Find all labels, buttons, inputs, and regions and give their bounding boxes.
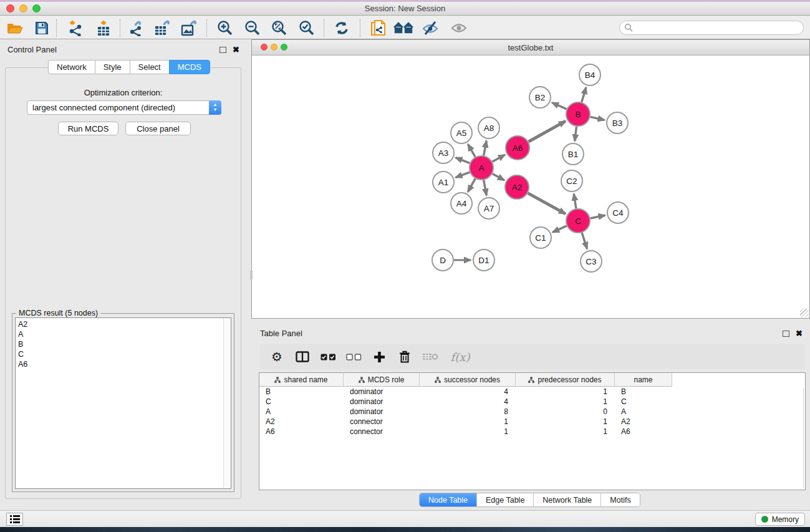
node-A4[interactable]: A4 [451, 193, 472, 214]
table-row[interactable]: Bdominator41B [259, 387, 805, 397]
table-cell[interactable]: A2 [615, 417, 672, 427]
table-cell[interactable]: 4 [420, 397, 516, 407]
node-B1[interactable]: B1 [562, 143, 584, 165]
edge-C-C4[interactable] [591, 215, 605, 218]
node-A1[interactable]: A1 [433, 172, 454, 193]
table-cell[interactable]: B [615, 387, 672, 397]
edge-A-A2[interactable] [493, 174, 504, 180]
network-graph[interactable]: AA1A2A3A4A5A6A7A8BB1B2B3B4CC1C2C3C4DD1 [252, 56, 809, 318]
mcds-result-scrollbar[interactable] [223, 318, 231, 488]
export-image-button[interactable] [177, 18, 202, 38]
table-cell[interactable]: dominator [344, 397, 420, 407]
table-cell[interactable]: C [259, 397, 344, 407]
optimization-criterion-select[interactable]: largest connected component (directed) ▲… [27, 100, 221, 115]
node-table[interactable]: shared nameMCDS rolesuccessor nodesprede… [259, 372, 806, 490]
table-cell[interactable]: 1 [420, 427, 516, 437]
show-graphics-details-button[interactable] [446, 18, 471, 38]
zoom-out-button[interactable] [240, 18, 265, 38]
mcds-result-list[interactable]: A2ABCA6 [15, 317, 231, 489]
table-cell[interactable]: 1 [516, 397, 615, 407]
network-window-title-bar[interactable]: testGlobe.txt [252, 40, 809, 56]
node-D[interactable]: D [432, 249, 453, 271]
node-A6[interactable]: A6 [506, 136, 529, 160]
edge-A-A5[interactable] [468, 144, 475, 157]
close-table-panel-icon[interactable]: ✖ [796, 329, 803, 338]
table-cell[interactable]: 8 [420, 407, 516, 417]
node-A7[interactable]: A7 [478, 198, 499, 219]
function-builder-button[interactable]: f(x) [448, 349, 473, 365]
zoom-selected-button[interactable] [294, 18, 319, 38]
open-session-button[interactable] [2, 18, 27, 38]
node-C1[interactable]: C1 [530, 227, 551, 248]
tab-network-table[interactable]: Network Table [534, 493, 601, 506]
table-cell[interactable]: 1 [420, 417, 516, 427]
mcds-result-item[interactable]: A [18, 329, 231, 339]
show-task-history-button[interactable] [6, 513, 23, 526]
edge-B-B4[interactable] [582, 87, 586, 102]
tab-edge-table[interactable]: Edge Table [477, 493, 534, 506]
export-network-button[interactable] [124, 18, 149, 38]
close-panel-icon[interactable]: ✖ [233, 45, 239, 54]
search-box[interactable] [619, 21, 804, 35]
table-cell[interactable]: dominator [344, 407, 420, 417]
delete-row-button[interactable] [397, 349, 413, 365]
save-session-button[interactable] [29, 18, 54, 38]
node-B[interactable]: B [566, 102, 590, 126]
table-cell[interactable]: connector [344, 427, 420, 437]
node-C[interactable]: C [566, 209, 590, 233]
table-cell[interactable]: 1 [516, 387, 615, 397]
select-all-columns-button[interactable] [320, 349, 336, 365]
mcds-result-item[interactable]: A6 [18, 359, 231, 369]
edge-B-B1[interactable] [575, 127, 577, 141]
edge-A-A3[interactable] [456, 158, 470, 163]
edge-C-C2[interactable] [574, 194, 576, 208]
table-cell[interactable]: C [615, 397, 672, 407]
network-canvas[interactable]: AA1A2A3A4A5A6A7A8BB1B2B3B4CC1C2C3C4DD1 [252, 56, 809, 318]
column-header-mcds-role[interactable]: MCDS role [344, 373, 420, 387]
delete-table-button[interactable] [422, 349, 438, 365]
edge-A2-C[interactable] [528, 193, 566, 214]
mcds-result-item[interactable]: A2 [18, 319, 231, 329]
node-B4[interactable]: B4 [579, 64, 600, 85]
column-header-successor-nodes[interactable]: successor nodes [420, 373, 516, 387]
minimize-window-button[interactable] [19, 4, 27, 12]
zoom-window-button[interactable] [32, 4, 41, 12]
edge-A-A6[interactable] [493, 155, 505, 162]
table-cell[interactable]: A6 [615, 427, 672, 437]
column-header-name[interactable]: name [615, 373, 672, 387]
table-row[interactable]: Cdominator41C [259, 397, 805, 407]
node-A2[interactable]: A2 [505, 175, 529, 199]
node-B3[interactable]: B3 [607, 112, 628, 133]
node-D1[interactable]: D1 [473, 249, 494, 271]
column-header-predecessor-nodes[interactable]: predecessor nodes [516, 373, 615, 387]
float-panel-icon[interactable] [219, 47, 226, 53]
network-scrollbar-thumb[interactable] [250, 271, 253, 279]
node-A[interactable]: A [470, 156, 493, 180]
table-row[interactable]: A2connector11A2 [259, 417, 805, 427]
table-cell[interactable]: 1 [516, 417, 615, 427]
table-cell[interactable]: 1 [516, 427, 615, 437]
add-row-button[interactable] [371, 349, 387, 365]
node-A8[interactable]: A8 [478, 117, 499, 138]
edge-A-A4[interactable] [468, 178, 475, 191]
table-cell[interactable]: connector [344, 417, 420, 427]
table-settings-gear-button[interactable]: ⚙ [269, 349, 285, 365]
window-resize-grip-icon[interactable] [800, 309, 809, 317]
edge-A-A8[interactable] [484, 141, 486, 156]
table-cell[interactable]: A [615, 407, 672, 417]
table-cell[interactable]: dominator [344, 387, 420, 397]
tab-select[interactable]: Select [130, 60, 169, 74]
home-button[interactable] [391, 18, 416, 38]
tab-mcds[interactable]: MCDS [169, 60, 210, 74]
run-mcds-button[interactable]: Run MCDS [58, 122, 118, 135]
table-cell[interactable]: A6 [259, 427, 344, 437]
edge-B-B3[interactable] [591, 117, 605, 120]
node-B2[interactable]: B2 [529, 87, 551, 108]
node-A3[interactable]: A3 [433, 142, 454, 163]
table-cell[interactable]: B [259, 387, 344, 397]
tab-network[interactable]: Network [48, 60, 95, 74]
zoom-in-button[interactable] [213, 18, 238, 38]
search-input[interactable] [634, 24, 803, 32]
tab-node-table[interactable]: Node Table [420, 493, 477, 506]
mcds-result-item[interactable]: C [18, 349, 231, 359]
